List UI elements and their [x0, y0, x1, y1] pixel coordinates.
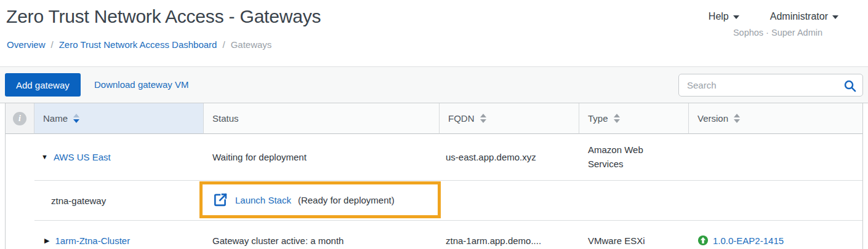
column-header-type-label: Type — [588, 113, 608, 124]
column-header-status-label: Status — [212, 113, 239, 124]
fqdn-cell: ztna-1arm.app.demo.... — [440, 221, 579, 249]
administrator-menu-label: Administrator — [770, 11, 828, 22]
gateway-name-cell: ▼ AWS US East — [34, 134, 204, 181]
breadcrumb-overview[interactable]: Overview — [7, 39, 46, 50]
column-header-version-label: Version — [697, 113, 728, 124]
status-cell: Waiting for deployment — [204, 134, 440, 181]
download-gateway-vm-link[interactable]: Download gateway VM — [94, 79, 188, 90]
sort-icon[interactable] — [614, 114, 620, 123]
external-link-icon — [212, 192, 228, 208]
version-cell — [689, 134, 862, 181]
chevron-down-icon — [733, 15, 739, 19]
page: Zero Trust Network Access - Gateways Ove… — [0, 0, 868, 249]
search-input[interactable] — [679, 74, 862, 96]
sort-icon[interactable] — [734, 114, 740, 123]
status-cell: Gateway cluster active: a month — [204, 221, 440, 249]
table-row: ztna-gateway Launch Stack (Ready for dep… — [6, 181, 862, 221]
breadcrumb-separator: / — [51, 39, 54, 50]
column-header-fqdn[interactable]: FQDN — [440, 103, 579, 134]
type-cell: Amazon Web Services — [579, 134, 689, 181]
collapse-expander-icon[interactable]: ▼ — [41, 154, 48, 160]
fqdn-cell: us-east.app.demo.xyz — [440, 134, 579, 181]
row-info-cell — [6, 134, 34, 181]
user-area: Help Administrator Sophos · Super Admin — [709, 11, 838, 38]
gateway-name-link[interactable]: 1arm-Ztna-Cluster — [55, 235, 130, 246]
column-header-status[interactable]: Status — [204, 103, 440, 134]
gateway-name-link[interactable]: AWS US East — [54, 152, 111, 162]
expand-expander-icon[interactable]: ▶ — [44, 237, 49, 244]
column-header-type[interactable]: Type — [579, 103, 689, 134]
breadcrumb-current: Gateways — [231, 39, 272, 50]
column-header-name[interactable]: Name — [34, 103, 204, 134]
info-column-header: i — [6, 103, 34, 134]
version-cell: 1.0.0-EAP2-1415 — [689, 221, 862, 249]
page-title: Zero Trust Network Access - Gateways — [6, 6, 321, 27]
column-header-version[interactable]: Version — [689, 103, 862, 134]
gateway-name-cell: ▶ 1arm-Ztna-Cluster — [34, 221, 204, 249]
version-cell — [689, 181, 862, 221]
upgrade-available-icon — [697, 235, 709, 246]
help-menu[interactable]: Help — [709, 11, 739, 22]
help-menu-label: Help — [709, 11, 729, 22]
launch-stack-link[interactable]: Launch Stack — [235, 195, 291, 205]
administrator-menu[interactable]: Administrator — [770, 11, 838, 22]
breadcrumb: Overview / Zero Trust Network Access Das… — [7, 39, 271, 50]
sort-icon[interactable] — [73, 114, 79, 123]
type-cell: VMware ESXi — [579, 221, 689, 249]
gateway-name-cell: ztna-gateway — [34, 181, 204, 221]
chevron-down-icon — [832, 15, 838, 19]
search-box — [678, 74, 863, 97]
breadcrumb-ztna-dashboard[interactable]: Zero Trust Network Access Dashboard — [59, 39, 217, 50]
search-icon[interactable] — [843, 79, 857, 95]
table-row: ▶ 1arm-Ztna-Cluster Gateway cluster acti… — [6, 221, 862, 249]
row-info-cell — [6, 221, 34, 249]
type-cell — [579, 181, 689, 221]
sort-icon[interactable] — [480, 114, 486, 123]
launch-stack-highlight: Launch Stack (Ready for deployment) — [199, 181, 441, 218]
info-icon: i — [13, 112, 26, 125]
status-cell: Launch Stack (Ready for deployment) — [204, 181, 440, 221]
toolbar: Add gateway Download gateway VM — [0, 66, 868, 103]
version-link[interactable]: 1.0.0-EAP2-1415 — [713, 235, 784, 246]
add-gateway-button[interactable]: Add gateway — [5, 73, 81, 97]
row-info-cell — [6, 181, 34, 221]
breadcrumb-separator: / — [222, 39, 225, 50]
gateways-table: i Name Status FQDN Type Version — [5, 103, 863, 249]
deployment-status-note: (Ready for deployment) — [298, 195, 395, 205]
column-header-name-label: Name — [43, 113, 68, 124]
column-header-fqdn-label: FQDN — [448, 113, 475, 124]
fqdn-cell — [440, 181, 579, 221]
account-subtitle: Sophos · Super Admin — [733, 28, 822, 38]
table-header-row: i Name Status FQDN Type Version — [6, 103, 862, 134]
table-row: ▼ AWS US East Waiting for deployment us-… — [6, 134, 862, 181]
